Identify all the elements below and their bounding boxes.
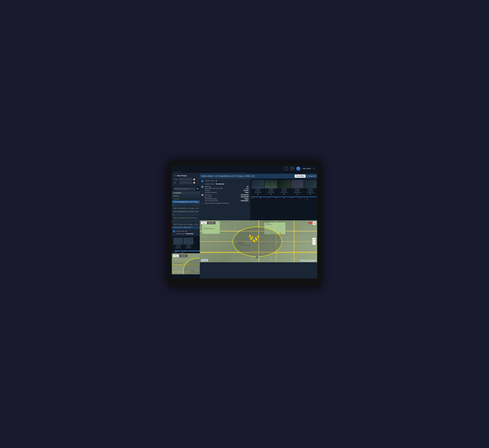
map-fullscreen-button[interactable] bbox=[313, 222, 316, 225]
back-button[interactable]: ← bbox=[284, 167, 288, 170]
photo-label-1: V23980407-31-144:42:48 PM bbox=[252, 189, 264, 193]
location-type-label: Location Type: bbox=[204, 183, 214, 185]
location-type-value: Residential bbox=[216, 183, 224, 185]
vehicle-most-seen-value: Night bbox=[245, 198, 249, 200]
last-lpr-line: Last LPR Visit Date: 05/24/2021 bbox=[204, 200, 249, 201]
last-seen-line: Last Seen: 05/15/2019 bbox=[204, 196, 249, 198]
bg-photo-1[interactable]: V23980407-31-144:42:48 PM bbox=[173, 238, 183, 248]
map-label-marshfield: N Marshfield Ave bbox=[261, 221, 269, 223]
dates-content: First Seen: 07/31/2014 Last Seen: 05/15/… bbox=[204, 194, 249, 201]
heat-map-button[interactable]: Heat Map bbox=[295, 175, 305, 178]
photo-checkbox-4[interactable] bbox=[297, 194, 298, 195]
sightings-eye-icon: 👁 bbox=[201, 186, 204, 188]
svg-point-28 bbox=[254, 240, 255, 242]
monitor-screen: ← ⓘ 👤 User Name ▼ IL 🔍 🕐 bbox=[172, 165, 317, 279]
bg-photo-2[interactable]: V23980410-08-149:01:25 PM bbox=[184, 238, 193, 248]
photo-label-3: V23980411-04-149:29:36 PM bbox=[278, 189, 290, 193]
state-search-icon[interactable]: 🔍 bbox=[197, 188, 199, 190]
photo-checkbox-3[interactable] bbox=[284, 194, 285, 195]
main-road-v3 bbox=[294, 220, 294, 262]
main-map-zoom-out[interactable]: − bbox=[312, 241, 316, 245]
phone-icon: 📞 bbox=[201, 202, 204, 205]
last-lpr-value: 05/24/2021 bbox=[241, 200, 249, 201]
photo-checkbox-5[interactable] bbox=[310, 194, 311, 195]
state-input[interactable] bbox=[173, 187, 196, 190]
location-type-content: Location Type: Residential bbox=[204, 183, 249, 185]
route-64-badge: 64 bbox=[256, 256, 259, 258]
main-map-section: Dermato 🧍 W Bloomingdale Ave Walsh(John)… bbox=[200, 220, 317, 262]
tl-label-5: 01-02-15 bbox=[283, 198, 287, 199]
photo-label-2: V23980410-08-149:01:25 PM bbox=[265, 189, 277, 193]
to-label: To: bbox=[174, 182, 178, 184]
calendar-to-icon[interactable]: 📅 bbox=[193, 182, 195, 184]
top-navigation: ← ⓘ 👤 User Name ▼ bbox=[172, 165, 317, 172]
main-map-zoom-controls: + − bbox=[312, 238, 316, 245]
locator-score-content: Locator Score: 2 bbox=[204, 180, 249, 182]
header-controls: Heat Map Select All bbox=[295, 175, 316, 178]
tl-next-arrow[interactable]: › bbox=[305, 198, 306, 200]
main-header: Address Details - 1720 N Marshfield Ave … bbox=[200, 174, 317, 178]
svg-point-26 bbox=[256, 239, 258, 240]
photo-item-3[interactable]: V23980411-04-149:29:36 PM bbox=[278, 180, 290, 195]
pin-3 bbox=[250, 238, 252, 241]
photos-strip: V23980407-31-144:42:48 PM V23980410-08-1… bbox=[250, 178, 317, 220]
photo-thumb-2 bbox=[265, 180, 277, 188]
total-sightings-line: Total Sight Visits with LPR: 273 bbox=[204, 188, 249, 189]
tl-last-arrow[interactable]: » bbox=[307, 198, 308, 200]
percent-seen-label: % Seen: bbox=[204, 190, 210, 191]
svg-marker-31 bbox=[258, 237, 259, 238]
photo-checkbox-2[interactable] bbox=[270, 194, 271, 195]
checkbox-icon[interactable] bbox=[174, 175, 175, 176]
from-label: From: bbox=[174, 178, 178, 180]
main-map-zoom-in[interactable]: + bbox=[312, 238, 316, 241]
photo-label-4: V23980411-30-1411:57:56 AM bbox=[291, 189, 303, 193]
photo-item-5[interactable]: V23980401-02-1511:26:30 AM bbox=[304, 180, 317, 195]
street-view-icon: 🧍 bbox=[278, 233, 282, 237]
from-date-input[interactable] bbox=[179, 178, 192, 181]
bg-photo-thumb-1 bbox=[173, 238, 183, 245]
user-name-label[interactable]: User Name bbox=[302, 168, 311, 169]
map-label-walsh-park: Walsh(John) Park bbox=[265, 223, 272, 225]
main-map-tab-map[interactable]: Map bbox=[201, 222, 207, 224]
photo-item-2[interactable]: V23980410-08-149:01:25 PM bbox=[265, 180, 277, 195]
last-seen-value: 05/15/2019 bbox=[241, 196, 249, 198]
user-dropdown-arrow[interactable]: ▼ bbox=[313, 168, 314, 169]
photo-item-4[interactable]: V23980411-30-1411:57:56 AM bbox=[291, 180, 303, 195]
sightings-row: 👁 Sightings: 41 Total Sight Visits with … bbox=[201, 186, 249, 193]
svg-marker-27 bbox=[256, 240, 257, 241]
photo-label-5: V23980401-02-1511:26:30 AM bbox=[304, 189, 317, 193]
calendar-from-icon[interactable]: 📅 bbox=[193, 178, 195, 180]
total-sight-label: Total Sight Visits with LPR: bbox=[204, 188, 223, 189]
tl-label-2: 10-08-14 bbox=[259, 198, 263, 199]
percent-seen-value: 13.55% bbox=[243, 190, 249, 191]
vehicle-most-seen-label: Vehicle Most Seen: bbox=[204, 198, 218, 200]
photo-item-1[interactable]: V23980407-31-144:42:48 PM bbox=[252, 180, 264, 195]
photo-thumb-5 bbox=[304, 180, 317, 188]
select-all-checkbox[interactable] bbox=[307, 176, 308, 177]
sightings-label: Sightings: bbox=[204, 186, 211, 187]
pin-8 bbox=[257, 235, 259, 239]
svg-rect-34 bbox=[314, 224, 314, 224]
photos-row: V23980407-31-144:42:48 PM V23980410-08-1… bbox=[251, 179, 317, 196]
photo-thumb-4 bbox=[291, 180, 303, 188]
bg-map-tab-satellite[interactable]: Satellite bbox=[179, 255, 187, 257]
timeline-progress-bar bbox=[251, 197, 317, 197]
info-button[interactable]: ⓘ bbox=[290, 167, 294, 170]
svg-point-16 bbox=[249, 235, 251, 237]
to-date-input[interactable] bbox=[179, 181, 192, 184]
photo-checkbox-1[interactable] bbox=[257, 194, 258, 195]
photo-thumb-1 bbox=[252, 180, 264, 188]
last-lpr-label: Last LPR Visit Date: bbox=[204, 200, 218, 201]
main-map-toggle: Map Satellite bbox=[201, 222, 216, 224]
phone-row: 📞 Phone Number Available at Address: bbox=[201, 202, 249, 205]
sightings-line: Sightings: 41 bbox=[204, 186, 249, 187]
main-map-tab-satellite[interactable]: Satellite bbox=[207, 222, 215, 224]
bg-map-tab-map[interactable]: Map bbox=[173, 255, 179, 257]
svg-point-30 bbox=[257, 236, 259, 237]
tl-label-3: 11-04-14 bbox=[267, 198, 271, 199]
main-map-attribution: Map data ©2021 Terms of Use bbox=[300, 260, 316, 261]
locator-score-value: 2 bbox=[216, 180, 217, 182]
bg-map-label-1: W Bloomingdale Ave bbox=[173, 263, 184, 264]
total-sight-value: 273 bbox=[246, 188, 249, 189]
select-all-label: Select All bbox=[309, 175, 316, 177]
